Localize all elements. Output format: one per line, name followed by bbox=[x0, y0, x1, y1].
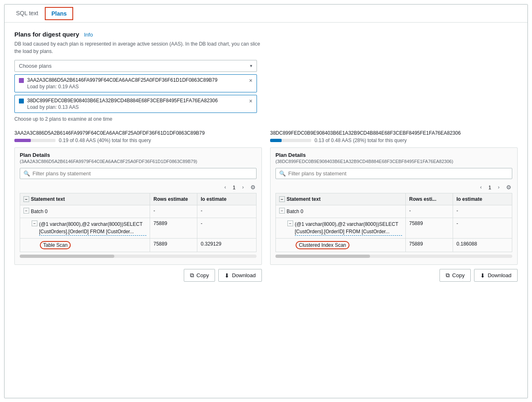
plan-details-box-1: Plan Details (3AA2A3C886D5A2B6146FA9979F… bbox=[14, 147, 262, 265]
plan-details-title-1: Plan Details bbox=[20, 152, 257, 158]
scan-cell-2: Clustered Index Scan bbox=[276, 239, 406, 252]
io-batch-2: - bbox=[453, 205, 512, 218]
action-row-1: ⧉ Copy ⬇ Download bbox=[14, 269, 262, 282]
plans-columns: 3AA2A3C886D5A2B6146FA9979F64C0EA6AAC8F25… bbox=[14, 130, 518, 282]
expand-icon-stmt-2[interactable]: − bbox=[287, 221, 293, 226]
page-num-1: 1 bbox=[233, 184, 236, 191]
section-title: Plans for digest query bbox=[14, 31, 79, 38]
col-header-io-1: Io estimate bbox=[197, 193, 257, 205]
page-num-2: 1 bbox=[488, 184, 491, 191]
stmt-cell-2: − (@1 varchar(8000),@2 varchar(8000))SEL… bbox=[276, 218, 406, 239]
col-header-stmt-2: − Statement text bbox=[276, 193, 406, 205]
pagination-row-2: ‹ 1 › ⚙ bbox=[275, 182, 512, 192]
gear-icon-1[interactable]: ⚙ bbox=[250, 184, 256, 191]
plan-load-tag-2: Load by plan: 0.13 AAS bbox=[27, 104, 246, 110]
io-stmt-1: - bbox=[197, 218, 257, 239]
scrollbar-1[interactable] bbox=[20, 255, 257, 258]
search-icon-1: 🔍 bbox=[23, 170, 30, 177]
io-batch-1: - bbox=[197, 205, 257, 218]
next-page-btn-1[interactable]: › bbox=[238, 182, 248, 192]
aas-bar-fill-2 bbox=[270, 139, 282, 142]
copy-button-2[interactable]: ⧉ Copy bbox=[439, 269, 471, 282]
expand-icon-stmt-1[interactable]: − bbox=[32, 221, 37, 226]
prev-page-btn-1[interactable]: ‹ bbox=[220, 182, 230, 192]
plan-close-btn-2[interactable]: × bbox=[249, 98, 252, 104]
io-scan-1: 0.329129 bbox=[197, 239, 257, 252]
table-row: − Batch 0 - - bbox=[276, 205, 512, 218]
download-button-1[interactable]: ⬇ Download bbox=[218, 269, 262, 282]
scrollbar-thumb-2 bbox=[275, 255, 370, 258]
filter-input-1[interactable] bbox=[32, 170, 253, 177]
plan-col1-aas-row: 0.19 of 0.48 AAS (40%) total for this qu… bbox=[14, 138, 262, 143]
copy-label-2: Copy bbox=[452, 272, 465, 278]
aas-text-1: 0.19 of 0.48 AAS (40%) total for this qu… bbox=[59, 138, 151, 143]
plan-col-2: 38DC899FEDC0B9E908403B6E1A32B9CD4B884E68… bbox=[270, 130, 518, 282]
choose-plans-row: Choose plans ▾ bbox=[14, 60, 518, 72]
action-row-2: ⧉ Copy ⬇ Download bbox=[270, 269, 518, 282]
table-row: − (@1 varchar(8000),@2 varchar(8000))SEL… bbox=[20, 218, 257, 239]
plan-details-box-2: Plan Details (38DC899FEDC0B9E908403B6E1A… bbox=[270, 147, 518, 265]
scrollbar-2[interactable] bbox=[275, 255, 512, 258]
choose-limit-note: Choose up to 2 plans to examine at one t… bbox=[14, 116, 518, 122]
prev-page-btn-2[interactable]: ‹ bbox=[476, 182, 486, 192]
filter-row-1[interactable]: 🔍 bbox=[20, 168, 257, 179]
aas-text-2: 0.13 of 0.48 AAS (28%) total for this qu… bbox=[315, 138, 407, 143]
tab-plans[interactable]: Plans bbox=[45, 7, 73, 20]
plan-col-1: 3AA2A3C886D5A2B6146FA9979F64C0EA6AAC8F25… bbox=[14, 130, 262, 282]
main-content: Plans for digest query Info DB load caus… bbox=[5, 23, 527, 290]
info-link[interactable]: Info bbox=[84, 32, 93, 38]
plan-tag-2: 38DC899FEDC0B9E908403B6E1A32B9CD4B884E68… bbox=[14, 95, 257, 113]
table-scan-label: Table Scan bbox=[40, 241, 71, 249]
table-row: − Batch 0 - - bbox=[20, 205, 257, 218]
filter-input-2[interactable] bbox=[288, 170, 509, 177]
stmt-text-2: (@1 varchar(8000),@2 varchar(8000))SELEC… bbox=[295, 221, 402, 236]
section-header: Plans for digest query Info bbox=[14, 31, 518, 38]
expand-icon-header-1[interactable]: − bbox=[23, 196, 29, 202]
clustered-index-scan-label: Clustered Index Scan bbox=[296, 241, 349, 249]
aas-bar-bg-2 bbox=[270, 139, 311, 142]
copy-icon-2: ⧉ bbox=[446, 272, 450, 279]
download-icon-2: ⬇ bbox=[480, 272, 485, 279]
expand-icon-batch-2[interactable]: − bbox=[279, 208, 285, 214]
io-stmt-2: - bbox=[453, 218, 512, 239]
stmt-cell-batch-1: − Batch 0 bbox=[20, 205, 150, 218]
chevron-down-icon: ▾ bbox=[250, 63, 252, 69]
rows-stmt-1: 75889 bbox=[150, 218, 197, 239]
plan-details-hash-1: (3AA2A3C886D5A2B6146FA9979F64C0EA6AAC8F2… bbox=[20, 159, 257, 164]
rows-batch-1: - bbox=[150, 205, 197, 218]
copy-icon-1: ⧉ bbox=[190, 272, 194, 279]
pagination-row-1: ‹ 1 › ⚙ bbox=[20, 182, 257, 192]
io-scan-2: 0.186088 bbox=[453, 239, 512, 252]
plan-hash-tag-1: 3AA2A3C886D5A2B6146FA9979F64C0EA6AAC8F25… bbox=[27, 77, 246, 83]
batch-label-2: Batch 0 bbox=[287, 208, 303, 215]
filter-row-2[interactable]: 🔍 bbox=[275, 168, 512, 179]
download-label-1: Download bbox=[232, 272, 256, 278]
download-label-2: Download bbox=[488, 272, 511, 278]
plan-col2-hash: 38DC899FEDC0B9E908403B6E1A32B9CD4B884E68… bbox=[270, 130, 518, 136]
download-button-2[interactable]: ⬇ Download bbox=[474, 269, 518, 282]
plan-details-title-2: Plan Details bbox=[275, 152, 512, 158]
plan-col1-hash: 3AA2A3C886D5A2B6146FA9979F64C0EA6AAC8F25… bbox=[14, 130, 262, 136]
gear-icon-2[interactable]: ⚙ bbox=[506, 184, 511, 191]
rows-scan-2: 75889 bbox=[406, 239, 453, 252]
choose-plans-dropdown[interactable]: Choose plans ▾ bbox=[14, 60, 257, 72]
table-row: Table Scan 75889 0.329129 bbox=[20, 239, 257, 252]
tab-sql-text[interactable]: SQL text bbox=[11, 5, 43, 23]
plan-table-1: − Statement text Rows estimate Io estima… bbox=[20, 193, 257, 252]
table-row: − (@1 varchar(8000),@2 varchar(8000))SEL… bbox=[276, 218, 512, 239]
expand-icon-header-2[interactable]: − bbox=[279, 196, 285, 202]
expand-icon-1[interactable]: − bbox=[23, 208, 29, 214]
plan-close-btn-1[interactable]: × bbox=[249, 77, 252, 84]
copy-button-1[interactable]: ⧉ Copy bbox=[184, 269, 215, 282]
aas-bar-bg-1 bbox=[14, 139, 56, 142]
stmt-text-1: (@1 varchar(8000),@2 varchar(8000))SELEC… bbox=[39, 221, 146, 236]
search-icon-2: 🔍 bbox=[279, 170, 286, 177]
stmt-cell-1: − (@1 varchar(8000),@2 varchar(8000))SEL… bbox=[20, 218, 150, 239]
col-header-stmt-1: − Statement text bbox=[20, 193, 150, 205]
download-icon-1: ⬇ bbox=[224, 272, 229, 279]
next-page-btn-2[interactable]: › bbox=[494, 182, 504, 192]
copy-label-1: Copy bbox=[197, 272, 209, 278]
plan-load-tag-1: Load by plan: 0.19 AAS bbox=[27, 84, 246, 90]
col-header-rows-1: Rows estimate bbox=[150, 193, 197, 205]
plan-table-2: − Statement text Rows esti... Io estimat… bbox=[275, 193, 512, 252]
